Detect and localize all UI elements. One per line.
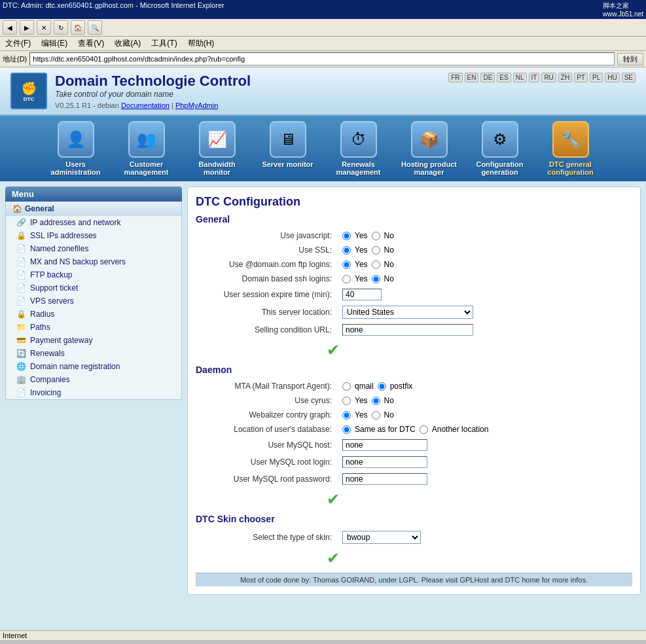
page-footer: Most of code done by: Thomas GOIRAND, un… xyxy=(196,573,632,586)
sidebar-item-companies[interactable]: 🏢 Companies xyxy=(6,373,181,386)
selling-url-field xyxy=(340,321,632,338)
menu-tools[interactable]: 工具(T) xyxy=(149,37,179,50)
paths-icon: 📁 xyxy=(16,323,26,332)
nav-hosting[interactable]: 📦 Hosting product manager xyxy=(397,118,462,179)
lang-hu[interactable]: HU xyxy=(605,73,619,82)
sidebar-item-support[interactable]: 📄 Support ticket xyxy=(6,281,181,295)
server-location-field: United States xyxy=(340,303,632,321)
menu-view[interactable]: 查看(V) xyxy=(75,37,107,50)
nav-server[interactable]: 🖥 Server monitor xyxy=(255,118,321,179)
mysql-host-input[interactable] xyxy=(342,439,427,451)
mysql-password-input[interactable] xyxy=(342,473,427,485)
sidebar-item-vps[interactable]: 📄 VPS servers xyxy=(6,295,181,308)
lang-nl[interactable]: NL xyxy=(513,73,527,82)
lang-ru[interactable]: RU xyxy=(541,73,556,82)
status-text: Internet xyxy=(3,632,27,639)
stop-button[interactable]: ✕ xyxy=(37,20,51,35)
ssh-no-radio[interactable] xyxy=(372,275,380,283)
sidebar-item-mx[interactable]: 📄 MX and NS backup servers xyxy=(6,255,181,268)
cyrus-yes-radio[interactable] xyxy=(342,397,351,405)
selling-url-input[interactable] xyxy=(342,324,473,336)
sidebar-item-domain[interactable]: 🌐 Domain name registration xyxy=(6,360,181,373)
selling-url-label: Selling condition URL: xyxy=(196,321,340,338)
server-location-row: This server location: United States xyxy=(196,303,632,321)
lang-pl[interactable]: PL xyxy=(590,73,603,82)
lang-es[interactable]: ES xyxy=(497,73,511,82)
skin-section-header: DTC Skin chooser xyxy=(196,514,632,524)
javascript-yes-radio[interactable] xyxy=(342,232,351,240)
ssl-yes-radio[interactable] xyxy=(342,246,351,255)
session-expire-input[interactable] xyxy=(342,289,382,300)
userdb-same-radio[interactable] xyxy=(342,425,351,434)
go-button[interactable]: 转到 xyxy=(617,53,643,65)
nav-renewals[interactable]: ⏱ Renewals management xyxy=(326,118,391,179)
home-button[interactable]: 🏠 xyxy=(71,20,85,35)
mta-qmail-radio[interactable] xyxy=(342,382,351,391)
sidebar-item-radius[interactable]: 🔒 Radius xyxy=(6,308,181,321)
nav-bandwidth[interactable]: 📈 Bandwidth monitor xyxy=(185,118,250,179)
lang-de[interactable]: DE xyxy=(480,73,495,82)
mta-postfix-radio[interactable] xyxy=(378,382,386,391)
sidebar-item-invoicing[interactable]: 📄 Invoicing xyxy=(6,386,181,399)
back-button[interactable]: ◀ xyxy=(3,20,17,35)
domain-icon: 🌐 xyxy=(16,362,26,371)
skin-type-select[interactable]: bwoup default xyxy=(342,531,421,544)
domain-ssh-label: Domain based ssh logins: xyxy=(196,272,340,286)
lang-se[interactable]: SE xyxy=(622,73,636,82)
webalizer-yes-label: Yes xyxy=(355,410,368,420)
ssh-yes-radio[interactable] xyxy=(342,275,351,283)
refresh-button[interactable]: ↻ xyxy=(54,20,68,35)
mta-label: MTA (Mail Transport Agent): xyxy=(196,379,340,393)
ftp-icon: 📄 xyxy=(16,270,26,279)
sidebar-general-header[interactable]: 🏠 General xyxy=(6,202,181,216)
sidebar: Menu 🏠 General 🔗 IP addresses and networ… xyxy=(5,187,182,595)
menu-file[interactable]: 文件(F) xyxy=(3,37,33,50)
mysql-login-row: User MySQL root login: xyxy=(196,454,632,471)
logo-box: ✊ DTC xyxy=(10,73,47,109)
server-doc-icon: 📄 xyxy=(16,257,26,266)
lang-pt[interactable]: PT xyxy=(574,73,588,82)
nav-users[interactable]: 👤 Users administration xyxy=(43,118,109,179)
use-ftp-row: Use @domain.com ftp logins: Yes No xyxy=(196,257,632,272)
sidebar-item-payment[interactable]: 💳 Payment gateway xyxy=(6,334,181,347)
sidebar-item-ssl[interactable]: 🔒 SSL IPs addresses xyxy=(6,229,181,242)
search-button[interactable]: 🔍 xyxy=(88,20,102,35)
webalizer-yes-radio[interactable] xyxy=(342,411,351,420)
menu-help[interactable]: 帮助(H) xyxy=(185,37,217,50)
server-location-select[interactable]: United States xyxy=(342,306,473,319)
sidebar-item-renewals[interactable]: 🔄 Renewals xyxy=(6,347,181,360)
mta-row: MTA (Mail Transport Agent): qmail postfi… xyxy=(196,379,632,393)
menu-favorites[interactable]: 收藏(A) xyxy=(112,37,143,50)
forward-button[interactable]: ▶ xyxy=(20,20,34,35)
lang-it[interactable]: IT xyxy=(529,73,540,82)
webalizer-radio: Yes No xyxy=(342,410,630,420)
webalizer-no-radio[interactable] xyxy=(372,411,380,420)
skin-checkmark: ✔ xyxy=(196,549,632,567)
sidebar-item-ip[interactable]: 🔗 IP addresses and network xyxy=(6,216,181,229)
ftp-no-radio[interactable] xyxy=(372,260,380,269)
cyrus-no-radio[interactable] xyxy=(372,397,380,405)
nav-dtc[interactable]: 🔧 DTC general configuration xyxy=(538,118,603,179)
mta-field: qmail postfix xyxy=(340,379,632,393)
nav-config[interactable]: ⚙ Configuration generation xyxy=(467,118,533,179)
phpmyadmin-link[interactable]: PhpMyAdmin xyxy=(175,101,218,109)
menu-edit[interactable]: 编辑(E) xyxy=(39,37,70,50)
browser-titlebar: DTC: Admin: dtc.xen650401.gplhost.com - … xyxy=(0,0,646,19)
lang-en[interactable]: EN xyxy=(465,73,479,82)
nav-customer[interactable]: 👥 Customer management xyxy=(114,118,179,179)
lang-fr[interactable]: FR xyxy=(448,73,462,82)
mysql-login-input[interactable] xyxy=(342,456,427,468)
sidebar-item-paths[interactable]: 📁 Paths xyxy=(6,321,181,334)
sidebar-item-ftp[interactable]: 📄 FTP backup xyxy=(6,268,181,281)
userdb-another-radio[interactable] xyxy=(420,425,428,434)
address-input[interactable] xyxy=(29,52,615,65)
ssh-no-label: No xyxy=(384,274,394,283)
doc-link[interactable]: Documentation xyxy=(121,101,170,109)
lang-zh[interactable]: ZH xyxy=(558,73,572,82)
ftp-yes-radio[interactable] xyxy=(342,260,351,269)
ssl-no-radio[interactable] xyxy=(372,246,380,255)
user-db-row: Location of user's database: Same as for… xyxy=(196,422,632,437)
nav-dtc-label: DTC general configuration xyxy=(541,160,601,176)
javascript-no-radio[interactable] xyxy=(372,232,380,240)
sidebar-item-named[interactable]: 📄 Named zonefiles xyxy=(6,242,181,255)
